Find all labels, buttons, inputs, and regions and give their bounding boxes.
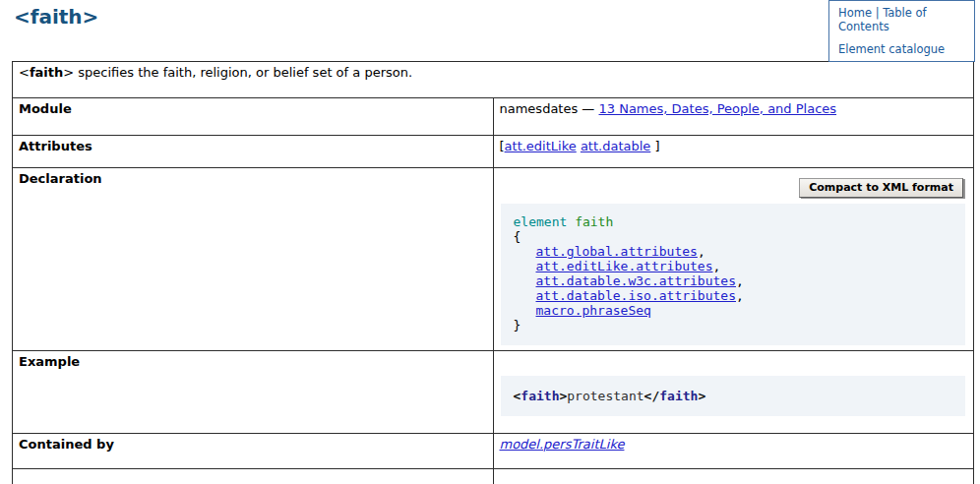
attributes-row: Attributes [att.editLike att.datable ] <box>13 136 974 168</box>
example-row-label: Example <box>13 351 494 434</box>
contained-by-row: Contained by model.persTraitLike <box>13 434 974 469</box>
declaration-open-brace: { <box>514 229 956 244</box>
att-global-attributes-link[interactable]: att.global.attributes <box>536 244 698 259</box>
declaration-member: att.editLike.attributes, <box>514 259 956 273</box>
partial-row <box>13 469 974 484</box>
example-row-value: <faith>protestant</faith> <box>493 351 974 434</box>
att-editlike-link[interactable]: att.editLike <box>505 139 577 153</box>
contained-by-row-label: Contained by <box>13 434 494 469</box>
description-row: <faith> specifies the faith, religion, o… <box>13 62 974 98</box>
xml-tag-name: faith <box>521 389 559 403</box>
macro-phraseseq-link[interactable]: macro.phraseSeq <box>536 303 651 318</box>
nav-box: Home | Table of Contents Element catalog… <box>828 0 975 62</box>
element-spec-table: <faith> specifies the faith, religion, o… <box>12 61 974 484</box>
member-separator: , <box>736 273 744 288</box>
declaration-toolbar: Compact to XML format <box>500 171 968 203</box>
xml-end-open-bracket: </ <box>644 389 660 403</box>
declaration-member: att.datable.w3c.attributes, <box>514 273 956 288</box>
attributes-row-label: Attributes <box>13 136 494 168</box>
declaration-member: macro.phraseSeq <box>514 303 956 318</box>
partial-row-value <box>493 469 974 484</box>
declaration-row: Declaration Compact to XML format elemen… <box>13 168 974 351</box>
description-text: specifies the faith, religion, or belief… <box>74 65 412 80</box>
att-datable-iso-attributes-link[interactable]: att.datable.iso.attributes <box>536 288 737 303</box>
declaration-line: element faith <box>514 214 956 229</box>
example-code-block: <faith>protestant</faith> <box>501 376 966 416</box>
module-row-label: Module <box>13 98 494 136</box>
nav-separator: | <box>876 6 880 20</box>
declaration-row-value: Compact to XML format element faith { at… <box>493 168 974 351</box>
gi-tag-name: faith <box>30 65 63 80</box>
model-perstraitlike-link[interactable]: model.persTraitLike <box>500 437 625 452</box>
declaration-close-brace: } <box>514 318 956 333</box>
xml-end-close-bracket: > <box>698 389 705 403</box>
compact-to-xml-button[interactable]: Compact to XML format <box>799 178 963 198</box>
declaration-code-block: element faith { att.global.attributes, a… <box>501 204 966 345</box>
example-row: Example <faith>protestant</faith> <box>13 351 974 434</box>
attributes-row-value: [att.editLike att.datable ] <box>493 136 974 168</box>
declaration-row-label: Declaration <box>13 168 494 351</box>
module-row: Module namesdates — 13 Names, Dates, Peo… <box>13 98 974 136</box>
gi-close-bracket: > <box>63 65 74 80</box>
element-description: <faith> specifies the faith, religion, o… <box>13 62 974 98</box>
attributes-close-bracket: ] <box>654 139 659 153</box>
partial-row-label <box>13 469 494 484</box>
att-editlike-attributes-link[interactable]: att.editLike.attributes <box>536 259 713 273</box>
module-row-value: namesdates — 13 Names, Dates, People, an… <box>493 98 974 136</box>
nav-element-catalogue-link[interactable]: Element catalogue <box>838 42 945 56</box>
module-chapter-link[interactable]: 13 Names, Dates, People, and Places <box>599 101 837 116</box>
gi-open-bracket: < <box>19 65 30 80</box>
nav-home-link[interactable]: Home <box>838 6 872 20</box>
nav-line-1: Home | Table of Contents <box>838 6 966 33</box>
nav-line-2: Element catalogue <box>838 42 966 56</box>
member-separator: , <box>736 288 744 303</box>
declaration-member: att.global.attributes, <box>514 244 956 259</box>
rnc-element-name: faith <box>575 214 613 229</box>
att-datable-w3c-attributes-link[interactable]: att.datable.w3c.attributes <box>536 273 737 288</box>
declaration-member: att.datable.iso.attributes, <box>514 288 956 303</box>
contained-by-row-value: model.persTraitLike <box>493 434 974 469</box>
xml-end-tag-name: faith <box>659 389 698 403</box>
module-name-text: namesdates — <box>500 101 595 116</box>
member-separator: , <box>698 244 705 259</box>
att-datable-link[interactable]: att.datable <box>581 139 650 153</box>
member-separator: , <box>713 259 721 273</box>
xml-text-content: protestant <box>567 389 643 403</box>
rnc-keyword: element <box>514 214 568 229</box>
